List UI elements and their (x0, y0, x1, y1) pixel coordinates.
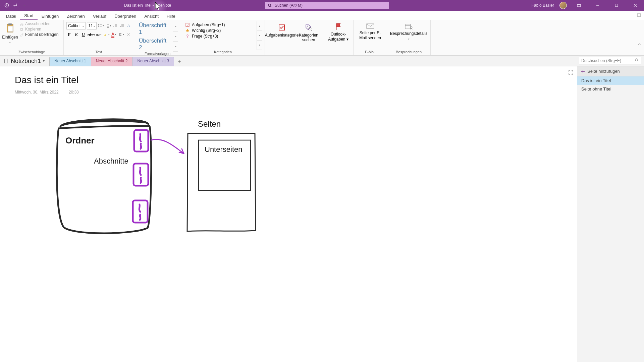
outdent-button[interactable] (113, 22, 118, 29)
doc-title-text: Das ist ein Titel (124, 3, 151, 8)
tab-ueberpruefen[interactable]: Überprüfen (110, 12, 140, 20)
group-label-tags: Kategorien (184, 50, 262, 55)
bullets-button[interactable] (98, 22, 104, 29)
tag-question[interactable]: ?Frage (Strg+3) (184, 34, 257, 39)
bold-button[interactable]: F (66, 31, 72, 38)
strike-button[interactable]: abc (88, 31, 95, 38)
tab-zeichnen[interactable]: Zeichnen (63, 12, 89, 20)
undo-icon[interactable] (12, 2, 19, 9)
highlight-button[interactable] (103, 31, 110, 38)
collapse-ribbon-icon[interactable] (637, 41, 642, 47)
envelope-icon (366, 23, 375, 29)
page-canvas[interactable]: Das ist ein Titel Mittwoch, 30. März 202… (0, 66, 577, 362)
ribbon: Einfügen Ausschneiden Kopieren Format üb… (0, 20, 644, 56)
section-tab-1[interactable]: Neuer Abschnitt 1 (49, 57, 91, 66)
page-title[interactable]: Das ist ein Titel (15, 75, 105, 87)
indent-button[interactable] (119, 22, 125, 29)
tags-spinner[interactable]: ▴▾▾ (257, 21, 262, 50)
notebook-search[interactable]: Durchsuchen (Strg+E) (579, 57, 641, 64)
task-category-button[interactable]: Aufgabenkategorie (268, 21, 296, 50)
section-tab-2[interactable]: Neuer Abschnitt 2 (91, 57, 133, 66)
clear-format-button[interactable]: A (126, 22, 131, 29)
tell-me-search[interactable]: Suchen (Alt+M) (265, 2, 389, 9)
ink-drawing: Ordner Abschnitte Seiten Unterseiten (47, 103, 288, 257)
page-time: 20:38 (69, 90, 79, 95)
scissors-icon (19, 22, 24, 26)
qat-more-icon[interactable] (21, 2, 28, 9)
subscript-button[interactable]: x2 (96, 31, 102, 38)
calendar-people-icon (405, 23, 413, 30)
svg-rect-7 (8, 23, 12, 25)
group-clipboard: Einfügen Ausschneiden Kopieren Format üb… (0, 20, 64, 55)
avatar[interactable] (559, 2, 567, 9)
tab-hilfe[interactable]: Hilfe (163, 12, 179, 20)
notebook-dropdown-icon[interactable]: ▼ (42, 59, 45, 63)
ribbon-mode-icon[interactable] (637, 13, 641, 18)
font-name-combo[interactable]: Calibri (66, 22, 86, 29)
styles-spinner[interactable]: ▴▾▾ (173, 21, 178, 52)
group-tag-buttons: Aufgabenkategorie Kategorien suchen (265, 20, 323, 55)
tab-einfuegen[interactable]: Einfügen (38, 12, 63, 20)
maximize-button[interactable] (610, 0, 623, 11)
meeting-details-button[interactable]: Besprechungsdetails (390, 21, 428, 50)
svg-point-17 (307, 26, 308, 27)
group-email: Seite per E-Mail senden E-Mail (354, 20, 387, 55)
section-tab-3[interactable]: Neuer Abschnitt 3 (132, 57, 174, 66)
tag-search-icon (305, 24, 312, 31)
tab-verlauf[interactable]: Verlauf (89, 12, 110, 20)
question-icon: ? (185, 34, 190, 39)
label-abschnitte: Abschnitte (94, 157, 128, 165)
delete-button (125, 31, 131, 38)
add-section-button[interactable]: + (175, 57, 184, 66)
italic-button[interactable]: K (73, 31, 79, 38)
svg-point-14 (98, 26, 99, 26)
copy-icon (19, 27, 24, 32)
label-seiten: Seiten (198, 119, 221, 128)
page-item-2[interactable]: Seite ohne Titel (577, 85, 644, 93)
quick-access-toolbar (0, 2, 31, 9)
star-icon (185, 28, 190, 33)
fullpage-icon[interactable] (568, 70, 574, 76)
svg-rect-5 (637, 14, 641, 16)
label-ordner: Ordner (65, 135, 95, 145)
tab-start[interactable]: Start (20, 11, 37, 20)
svg-point-0 (5, 4, 9, 7)
checkbox-large-icon (278, 24, 285, 31)
add-page-button[interactable]: Seite hinzufügen (577, 66, 644, 76)
titlebar: Das ist ein Titel - OneNote Suchen (Alt+… (0, 0, 644, 11)
paste-button[interactable]: Einfügen (3, 21, 17, 50)
outlook-tasks-button[interactable]: Outlook-Aufgaben ▾ (326, 21, 351, 50)
font-size-combo[interactable]: 11 (87, 22, 97, 29)
numbering-button[interactable] (105, 22, 111, 29)
minimize-button[interactable] (591, 0, 604, 11)
style-h1[interactable]: Überschrift 1 (137, 21, 173, 36)
find-tags-button[interactable]: Kategorien suchen (297, 21, 321, 50)
highlighter-icon (103, 32, 108, 37)
clipboard-icon (6, 23, 14, 34)
search-placeholder: Suchen (Alt+M) (275, 3, 303, 8)
style-h2[interactable]: Überschrift 2 (137, 37, 173, 52)
format-painter-button[interactable]: Format übertragen (19, 32, 58, 37)
svg-rect-3 (577, 4, 581, 5)
user-name[interactable]: Fabio Basler (532, 3, 554, 8)
page-item-1[interactable]: Das ist ein Titel (577, 76, 644, 85)
tab-ansicht[interactable]: Ansicht (140, 12, 163, 20)
svg-rect-15 (186, 23, 189, 26)
underline-button[interactable]: U (80, 31, 86, 38)
main-area: Das ist ein Titel Mittwoch, 30. März 202… (0, 66, 644, 362)
svg-rect-8 (8, 26, 13, 32)
font-color-button[interactable]: A (111, 31, 117, 38)
ribbon-display-options[interactable] (572, 0, 586, 11)
notebook-icon[interactable] (3, 58, 9, 64)
notebook-name[interactable]: Notizbuch1 (11, 58, 41, 65)
titlebar-right: Fabio Basler (532, 0, 644, 11)
search-icon (635, 58, 639, 63)
flag-icon (335, 23, 342, 31)
close-button[interactable] (629, 0, 642, 11)
tag-todo[interactable]: Aufgaben (Strg+1) (184, 22, 257, 27)
back-icon[interactable] (3, 2, 10, 9)
email-page-button[interactable]: Seite per E-Mail senden (356, 21, 384, 50)
tag-important[interactable]: Wichtig (Strg+2) (184, 28, 257, 33)
align-button[interactable] (118, 31, 124, 38)
tab-datei[interactable]: Datei (2, 12, 20, 20)
